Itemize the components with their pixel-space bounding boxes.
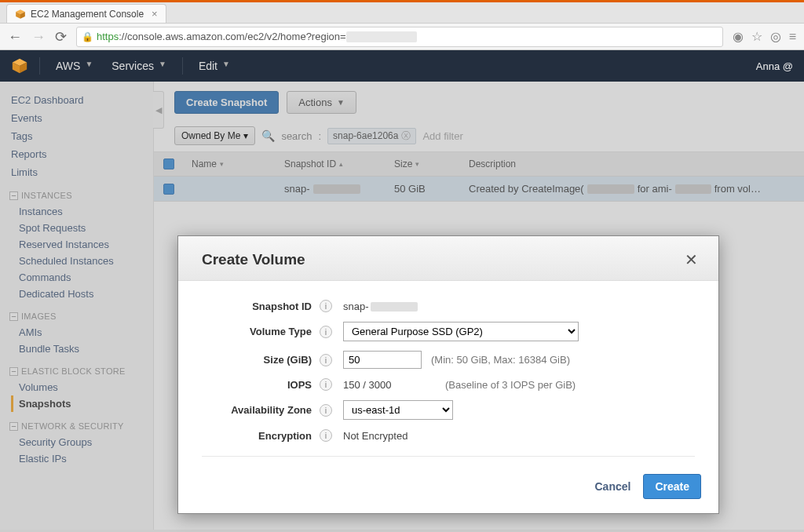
chevron-down-icon: ▾	[243, 130, 248, 141]
forward-icon: →	[31, 30, 46, 44]
label-az: Availability Zone	[202, 404, 320, 416]
add-filter-button[interactable]: Add filter	[422, 130, 462, 142]
close-icon[interactable]: ×	[152, 8, 158, 20]
aws-cube-icon	[15, 9, 26, 20]
info-icon[interactable]: i	[320, 354, 332, 366]
close-icon[interactable]: ✕	[680, 249, 703, 271]
collapse-icon[interactable]: −	[9, 312, 18, 321]
sidebar-item-security-groups[interactable]: Security Groups	[11, 434, 147, 450]
sidebar-item-volumes[interactable]: Volumes	[11, 379, 147, 395]
aws-menu[interactable]: AWS ▼	[51, 56, 97, 75]
availability-zone-select[interactable]: us-east-1d	[343, 400, 453, 420]
cell-name	[184, 177, 276, 201]
sidebar-item-spot-requests[interactable]: Spot Requests	[11, 220, 147, 236]
sidebar-item-bundle-tasks[interactable]: Bundle Tasks	[11, 341, 147, 357]
sidebar-item-limits[interactable]: Limits	[11, 163, 147, 181]
sort-icon: ▾	[415, 160, 419, 168]
label-snapshot-id: Snapshot ID	[202, 301, 320, 312]
sidebar-section-images[interactable]: − IMAGES	[9, 312, 147, 321]
cancel-button[interactable]: Cancel	[594, 480, 630, 493]
chevron-down-icon: ▼	[85, 60, 93, 72]
browser-tab[interactable]: EC2 Management Console ×	[6, 4, 166, 23]
nav-separator	[39, 57, 40, 75]
select-all-checkbox[interactable]	[154, 152, 184, 176]
create-volume-modal: Create Volume ✕ Snapshot ID i snap- Volu…	[177, 235, 719, 514]
toolbar: Create Snapshot Actions ▼	[154, 82, 804, 122]
col-description[interactable]: Description	[461, 152, 804, 176]
row-checkbox[interactable]	[154, 177, 184, 201]
info-icon[interactable]: i	[320, 326, 332, 338]
create-button[interactable]: Create	[643, 474, 701, 499]
value-iops: 150 / 3000	[343, 379, 436, 391]
url-input[interactable]: 🔒 https://console.aws.amazon.com/ec2/v2/…	[76, 27, 723, 47]
reload-icon[interactable]: ⟳	[55, 30, 67, 44]
row-snapshot-id: Snapshot ID i snap-	[202, 295, 695, 317]
label-encryption: Encryption	[202, 430, 320, 442]
redacted	[587, 184, 634, 194]
modal-body: Snapshot ID i snap- Volume Type i Genera…	[178, 281, 718, 463]
sidebar-item-amis[interactable]: AMIs	[11, 324, 147, 341]
label-volume-type: Volume Type	[202, 326, 320, 337]
sidebar-collapse-toggle[interactable]: ◀	[153, 91, 164, 129]
row-size: Size (GiB) i (Min: 50 GiB, Max: 16384 Gi…	[202, 346, 695, 373]
back-icon[interactable]: ←	[8, 30, 22, 44]
extension-eye-icon[interactable]: ◎	[770, 29, 781, 44]
col-snapshot-id[interactable]: Snapshot ID▴	[276, 152, 386, 176]
value-snapshot-id: snap-	[343, 301, 695, 312]
sidebar-item-snapshots[interactable]: Snapshots	[11, 395, 147, 412]
aws-logo-icon[interactable]	[11, 57, 28, 75]
label-size: Size (GiB)	[202, 354, 320, 366]
sidebar-item-reports[interactable]: Reports	[11, 145, 147, 163]
sidebar-item-dedicated-hosts[interactable]: Dedicated Hosts	[11, 286, 147, 302]
search-tag[interactable]: snap-6ae1206a ⓧ	[327, 128, 416, 144]
collapse-icon[interactable]: −	[9, 422, 18, 431]
sidebar-section-instances[interactable]: − INSTANCES	[9, 191, 147, 200]
chrome-menu-icon[interactable]: ≡	[789, 30, 796, 44]
collapse-icon[interactable]: −	[9, 367, 18, 376]
info-icon[interactable]: i	[320, 378, 332, 391]
sidebar-item-elastic-ips[interactable]: Elastic IPs	[11, 450, 147, 467]
services-menu[interactable]: Services ▼	[107, 56, 171, 75]
collapse-icon[interactable]: −	[9, 191, 18, 200]
extension-bulb-icon[interactable]: ◉	[733, 29, 744, 44]
nav-separator	[182, 57, 183, 75]
info-icon[interactable]: i	[320, 404, 332, 417]
actions-button[interactable]: Actions ▼	[287, 91, 356, 114]
size-input[interactable]	[343, 351, 422, 369]
owner-filter[interactable]: Owned By Me ▾	[174, 126, 255, 145]
search-separator: :	[318, 130, 321, 142]
sidebar-item-commands[interactable]: Commands	[11, 269, 147, 286]
sidebar-item-instances[interactable]: Instances	[11, 203, 147, 220]
volume-type-select[interactable]: General Purpose SSD (GP2)	[343, 322, 579, 341]
info-icon[interactable]: i	[320, 429, 332, 442]
modal-header: Create Volume ✕	[178, 236, 718, 281]
info-icon[interactable]: i	[320, 300, 332, 312]
redacted	[313, 184, 360, 194]
edit-menu-label: Edit	[199, 60, 217, 72]
remove-tag-icon[interactable]: ⓧ	[401, 129, 411, 143]
row-az: Availability Zone i us-east-1d	[202, 395, 695, 425]
sidebar-item-events[interactable]: Events	[11, 109, 147, 127]
row-volume-type: Volume Type i General Purpose SSD (GP2)	[202, 317, 695, 346]
sidebar-item-tags[interactable]: Tags	[11, 127, 147, 145]
row-iops: IOPS i 150 / 3000 (Baseline of 3 IOPS pe…	[202, 373, 695, 395]
user-menu[interactable]: Anna @	[756, 60, 793, 72]
col-name[interactable]: Name▾	[184, 152, 276, 176]
col-size[interactable]: Size▾	[386, 152, 461, 176]
search-label: search	[281, 130, 312, 142]
sidebar-section-ebs[interactable]: − ELASTIC BLOCK STORE	[9, 366, 147, 376]
chevron-down-icon: ▼	[159, 60, 166, 72]
sidebar-item-reserved-instances[interactable]: Reserved Instances	[11, 236, 147, 253]
cell-snapshot-id: snap-	[276, 177, 386, 201]
edit-menu[interactable]: Edit ▼	[194, 56, 235, 75]
modal-title: Create Volume	[202, 251, 305, 268]
sidebar-item-dashboard[interactable]: EC2 Dashboard	[11, 91, 147, 109]
search-icon[interactable]: 🔍	[261, 129, 275, 142]
table-row[interactable]: snap- 50 GiB Created by CreateImage( for…	[154, 177, 804, 202]
bookmark-star-icon[interactable]: ☆	[751, 29, 762, 44]
sidebar-item-scheduled-instances[interactable]: Scheduled Instances	[11, 253, 147, 269]
sort-icon: ▴	[339, 160, 343, 168]
cell-size: 50 GiB	[386, 177, 461, 201]
sidebar-section-network[interactable]: − NETWORK & SECURITY	[9, 421, 147, 431]
create-snapshot-button[interactable]: Create Snapshot	[174, 91, 279, 114]
